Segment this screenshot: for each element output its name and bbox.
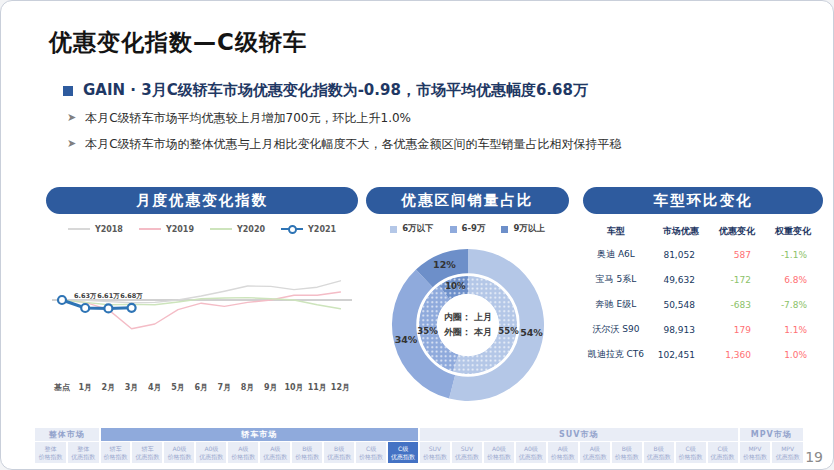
- nav-tab-B级-优惠指数[interactable]: B级优惠指数: [324, 442, 354, 463]
- svg-text:4月: 4月: [148, 383, 162, 392]
- table-header-cell: 权重变化: [767, 221, 823, 242]
- table-row: 凯迪拉克 CT6102,4511,3601.0%: [583, 342, 823, 367]
- nav-group-header-MPV市场[interactable]: MPV市场: [740, 428, 804, 441]
- svg-text:11月: 11月: [308, 383, 327, 392]
- model-name-cell: 奔驰 E级L: [583, 292, 649, 317]
- legend-item-6-9万: 6-9万: [450, 223, 486, 235]
- nav-tab-B级-价格指数[interactable]: B级价格指数: [612, 442, 642, 463]
- line-chart-legend: Y2018Y2019Y2020Y2021: [46, 223, 358, 235]
- svg-text:12%: 12%: [433, 259, 456, 270]
- legend-item-Y2018: Y2018: [68, 225, 123, 234]
- panel-title-model-change: 车型环比变化: [583, 187, 823, 214]
- nav-tab-MPV-价格指数[interactable]: MPV价格指数: [740, 442, 771, 463]
- legend-square-swatch-icon: [390, 226, 397, 233]
- svg-text:5月: 5月: [171, 383, 185, 392]
- nav-tab-row: MPV价格指数MPV优惠指数: [740, 442, 804, 463]
- nav-tab-C级-优惠指数[interactable]: C级优惠指数: [388, 442, 418, 463]
- nav-tab-A级-价格指数[interactable]: A级价格指数: [228, 442, 258, 463]
- svg-text:2月: 2月: [102, 383, 116, 392]
- table-row: 宝马 5系L49,632-1726.8%: [583, 267, 823, 292]
- legend-line-swatch-icon: [210, 228, 232, 231]
- report-slide: 优惠变化指数—C级轿车 GAIN · 3月C级轿车市场优惠变化指数为-0.98，…: [0, 0, 834, 470]
- panel-title-discount-share: 优惠区间销量占比: [366, 187, 569, 214]
- svg-text:1月: 1月: [78, 383, 92, 392]
- panel-monthly-index: 月度优惠变化指数 Y2018Y2019Y2020Y2021 6.63万6.61万…: [46, 187, 358, 398]
- nav-group: 整体市场整体价格指数整体优惠指数: [35, 428, 99, 463]
- table-header-cell: 车型: [583, 221, 649, 242]
- weight-change-cell: 1.1%: [767, 317, 823, 342]
- market-discount-cell: 81,052: [649, 242, 711, 267]
- legend-item-Y2020: Y2020: [210, 225, 265, 234]
- nav-tab-A0级-价格指数[interactable]: A0级价格指数: [484, 442, 514, 463]
- legend-item-Y2019: Y2019: [139, 225, 194, 234]
- nav-tab-轿车-价格指数[interactable]: 轿车价格指数: [101, 442, 131, 463]
- arrow-bullet-icon: ➤: [67, 136, 76, 151]
- weight-change-cell: 1.0%: [767, 342, 823, 367]
- discount-change-cell: 1,360: [711, 342, 767, 367]
- table-row: 奥迪 A6L81,052587-1.1%: [583, 242, 823, 267]
- nav-tab-B级-价格指数[interactable]: B级价格指数: [292, 442, 322, 463]
- nav-tab-row: SUV价格指数SUV优惠指数A0级价格指数A0级优惠指数A级价格指数A级优惠指数…: [420, 442, 738, 463]
- svg-text:6.68万: 6.68万: [120, 292, 143, 300]
- svg-text:外圈： 本月: 外圈： 本月: [442, 327, 491, 337]
- nav-tab-MPV-优惠指数[interactable]: MPV优惠指数: [772, 442, 803, 463]
- bottom-nav: 整体市场整体价格指数整体优惠指数轿车市场轿车价格指数轿车优惠指数A0级价格指数A…: [35, 428, 803, 463]
- nav-tab-A级-价格指数[interactable]: A级价格指数: [548, 442, 578, 463]
- nav-tab-C级-价格指数[interactable]: C级价格指数: [676, 442, 706, 463]
- model-name-cell: 沃尔沃 S90: [583, 317, 649, 342]
- svg-text:基点: 基点: [53, 383, 71, 392]
- legend-item-9万以上: 9万以上: [501, 223, 544, 235]
- svg-text:6月: 6月: [194, 383, 208, 392]
- nav-group-header-SUV市场[interactable]: SUV市场: [420, 428, 738, 441]
- nav-tab-整体-价格指数[interactable]: 整体价格指数: [35, 442, 66, 463]
- headline: GAIN · 3月C级轿车市场优惠变化指数为-0.98，市场平均优惠幅度6.68…: [63, 81, 588, 100]
- model-name-cell: 凯迪拉克 CT6: [583, 342, 649, 367]
- discount-share-donut-chart: 54%34%12%55%35%10%内圈： 上月外圈： 本月: [367, 237, 569, 407]
- nav-tab-整体-优惠指数[interactable]: 整体优惠指数: [68, 442, 99, 463]
- legend-line-swatch-icon: [281, 228, 303, 231]
- nav-tab-C级-优惠指数[interactable]: C级优惠指数: [708, 442, 738, 463]
- nav-group-header-轿车市场[interactable]: 轿车市场: [101, 428, 419, 441]
- table-row: 沃尔沃 S9098,9131791.1%: [583, 317, 823, 342]
- nav-tab-C级-价格指数[interactable]: C级价格指数: [356, 442, 386, 463]
- legend-item-Y2021: Y2021: [281, 225, 336, 234]
- panel-discount-share: 优惠区间销量占比 6万以下6-9万9万以上 54%34%12%55%35%10%…: [366, 187, 569, 407]
- nav-group: SUV市场SUV价格指数SUV优惠指数A0级价格指数A0级优惠指数A级价格指数A…: [420, 428, 738, 463]
- nav-tab-A级-优惠指数[interactable]: A级优惠指数: [260, 442, 290, 463]
- nav-tab-row: 整体价格指数整体优惠指数: [35, 442, 99, 463]
- svg-text:6.61万: 6.61万: [97, 292, 120, 300]
- nav-tab-A0级-优惠指数[interactable]: A0级优惠指数: [196, 442, 226, 463]
- legend-line-swatch-icon: [139, 228, 161, 231]
- market-discount-cell: 102,451: [649, 342, 711, 367]
- nav-group-header-整体市场[interactable]: 整体市场: [35, 428, 99, 441]
- nav-tab-A级-优惠指数[interactable]: A级优惠指数: [580, 442, 610, 463]
- model-change-table: 车型市场优惠优惠变化权重变化 奥迪 A6L81,052587-1.1%宝马 5系…: [583, 221, 823, 367]
- nav-tab-B级-优惠指数[interactable]: B级优惠指数: [644, 442, 674, 463]
- nav-group: 轿车市场轿车价格指数轿车优惠指数A0级价格指数A0级优惠指数A级价格指数A级优惠…: [101, 428, 419, 463]
- svg-text:10月: 10月: [284, 383, 303, 392]
- table-row: 奔驰 E级L50,548-683-7.8%: [583, 292, 823, 317]
- discount-change-cell: 179: [711, 317, 767, 342]
- model-name-cell: 奥迪 A6L: [583, 242, 649, 267]
- headline-text: GAIN · 3月C级轿车市场优惠变化指数为-0.98，市场平均优惠幅度6.68…: [83, 81, 588, 100]
- sub-bullet-1: ➤ 本月C级轿车市场平均优惠较上月增加700元，环比上升1.0%: [67, 110, 411, 127]
- nav-tab-A0级-优惠指数[interactable]: A0级优惠指数: [516, 442, 546, 463]
- svg-text:内圈： 上月: 内圈： 上月: [443, 312, 491, 322]
- legend-line-swatch-icon: [68, 228, 90, 231]
- svg-text:9月: 9月: [264, 383, 278, 392]
- nav-tab-轿车-优惠指数[interactable]: 轿车优惠指数: [132, 442, 162, 463]
- monthly-index-line-chart: 6.63万6.61万6.68万基点1月2月3月4月5月6月7月8月9月10月11…: [46, 238, 358, 398]
- market-discount-cell: 98,913: [649, 317, 711, 342]
- weight-change-cell: -7.8%: [767, 292, 823, 317]
- nav-tab-SUV-优惠指数[interactable]: SUV优惠指数: [452, 442, 482, 463]
- nav-tab-A0级-价格指数[interactable]: A0级价格指数: [164, 442, 194, 463]
- weight-change-cell: -1.1%: [767, 242, 823, 267]
- sub-bullet-2-text: 本月C级轿车市场的整体优惠与上月相比变化幅度不大，各优惠金额区间的车型销量占比相…: [85, 136, 621, 153]
- legend-square-swatch-icon: [501, 226, 508, 233]
- svg-text:35%: 35%: [417, 326, 438, 336]
- legend-square-swatch-icon: [450, 226, 457, 233]
- nav-tab-SUV-价格指数[interactable]: SUV价格指数: [420, 442, 450, 463]
- panel-title-monthly-index: 月度优惠变化指数: [46, 187, 358, 214]
- model-table-header: 车型市场优惠优惠变化权重变化: [583, 221, 823, 242]
- market-discount-cell: 50,548: [649, 292, 711, 317]
